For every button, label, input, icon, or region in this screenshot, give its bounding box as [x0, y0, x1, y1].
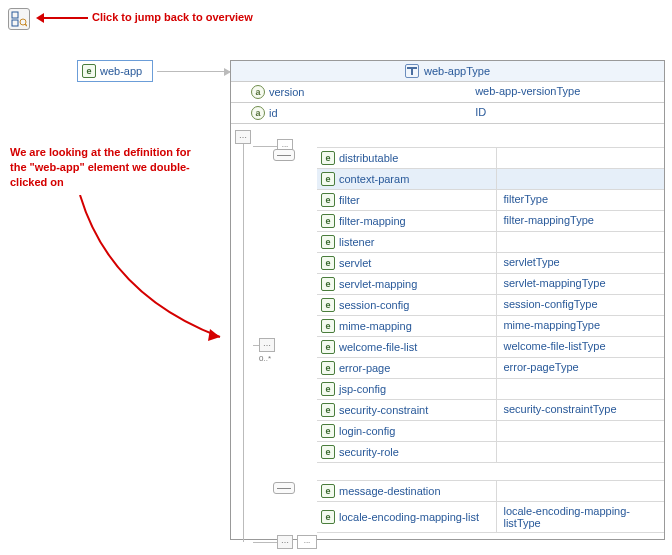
element-row[interactable]: elocale-encoding-mapping-listlocale-enco… [317, 502, 664, 533]
svg-rect-1 [12, 20, 18, 26]
element-icon: e [321, 172, 335, 186]
element-row[interactable]: ejsp-config [317, 379, 664, 400]
element-icon: e [321, 361, 335, 375]
element-row[interactable]: emime-mappingmime-mappingType [317, 316, 664, 337]
element-type [497, 379, 664, 399]
attribute-name: version [269, 86, 304, 98]
element-row[interactable]: ewelcome-file-listwelcome-file-listType [317, 337, 664, 358]
element-row[interactable]: eerror-pageerror-pageType [317, 358, 664, 379]
element-icon: e [321, 193, 335, 207]
element-name: security-constraint [339, 404, 428, 416]
element-icon: e [321, 256, 335, 270]
element-icon: e [321, 298, 335, 312]
sequence-compositor[interactable] [273, 482, 295, 494]
element-type: session-configType [497, 295, 664, 315]
sequence-icon [273, 149, 295, 161]
element-type: locale-encoding-mapping-listType [497, 502, 664, 532]
element-type: filterType [497, 190, 664, 210]
element-row[interactable]: edistributable [317, 147, 664, 169]
element-row[interactable]: esecurity-role [317, 442, 664, 463]
element-type: servletType [497, 253, 664, 273]
element-row[interactable]: emessage-destination [317, 480, 664, 502]
element-name: filter [339, 194, 360, 206]
element-row[interactable]: econtext-param [317, 169, 664, 190]
attribute-type: ID [469, 103, 664, 123]
type-icon [405, 64, 419, 78]
element-row[interactable]: elogin-config [317, 421, 664, 442]
element-name: filter-mapping [339, 215, 406, 227]
element-icon: e [321, 382, 335, 396]
element-type: security-constraintType [497, 400, 664, 420]
element-icon: e [321, 403, 335, 417]
element-name: login-config [339, 425, 395, 437]
element-row[interactable]: eservletservletType [317, 253, 664, 274]
element-icon: e [321, 277, 335, 291]
cardinality-label: 0..* [259, 354, 271, 363]
element-row[interactable]: efilter-mappingfilter-mappingType [317, 211, 664, 232]
tree-gutter: ⋯ ··· ⋯ 0..* ⋯ ··· [235, 130, 253, 533]
element-icon: e [321, 340, 335, 354]
element-icon: e [321, 235, 335, 249]
annotation-arrow-top [36, 17, 88, 19]
attribute-row[interactable]: aversionweb-app-versionType [231, 82, 664, 103]
element-name: distributable [339, 152, 398, 164]
element-row[interactable]: elistener [317, 232, 664, 253]
element-icon: e [321, 151, 335, 165]
element-name: locale-encoding-mapping-list [339, 511, 479, 523]
attribute-icon: a [251, 85, 265, 99]
svg-rect-6 [411, 67, 413, 75]
overview-icon [11, 11, 27, 27]
element-icon: e [321, 319, 335, 333]
element-icon: e [321, 445, 335, 459]
element-group: emessage-destinationelocale-encoding-map… [275, 479, 664, 533]
element-name: message-destination [339, 485, 441, 497]
element-type [497, 481, 664, 501]
element-type [497, 148, 664, 168]
svg-marker-4 [208, 329, 220, 341]
element-name: mime-mapping [339, 320, 412, 332]
element-icon: e [321, 510, 335, 524]
element-name: welcome-file-list [339, 341, 417, 353]
annotation-container-icon[interactable]: ⋯ [235, 130, 251, 144]
overview-button[interactable] [8, 8, 30, 30]
element-icon: e [321, 424, 335, 438]
type-definition-panel: web-appType aversionweb-app-versionTypea… [230, 60, 665, 540]
element-name: session-config [339, 299, 409, 311]
element-row[interactable]: esecurity-constraintsecurity-constraintT… [317, 400, 664, 421]
choice-container-icon[interactable]: ⋯ [259, 338, 275, 352]
element-name: jsp-config [339, 383, 386, 395]
element-row[interactable]: efilterfilterType [317, 190, 664, 211]
sequence-compositor[interactable] [273, 149, 295, 161]
element-type: mime-mappingType [497, 316, 664, 336]
svg-line-3 [25, 24, 27, 26]
annotation-arrow-left [50, 195, 230, 345]
element-row[interactable]: eservlet-mappingservlet-mappingType [317, 274, 664, 295]
type-header-label: web-appType [424, 65, 490, 77]
element-type [497, 442, 664, 462]
element-row[interactable]: esession-configsession-configType [317, 295, 664, 316]
element-type: filter-mappingType [497, 211, 664, 231]
type-header-row[interactable]: web-appType [231, 61, 664, 82]
annotation-container-icon[interactable]: ⋯ [277, 535, 293, 549]
root-element-box[interactable]: e web-app [77, 60, 153, 82]
element-icon: e [82, 64, 96, 78]
sequence-icon[interactable]: ··· [297, 535, 317, 549]
attribute-row[interactable]: aidID [231, 103, 664, 124]
element-type: error-pageType [497, 358, 664, 378]
root-element-label: web-app [100, 65, 142, 77]
element-name: servlet-mapping [339, 278, 417, 290]
element-group: edistributableecontext-paramefilterfilte… [275, 146, 664, 463]
element-name: listener [339, 236, 374, 248]
element-name: security-role [339, 446, 399, 458]
element-type [497, 169, 664, 189]
annotation-left: We are looking at the definition for the… [10, 145, 200, 190]
element-type: welcome-file-listType [497, 337, 664, 357]
element-type [497, 232, 664, 252]
attribute-name: id [269, 107, 278, 119]
attribute-type: web-app-versionType [469, 82, 664, 102]
element-name: context-param [339, 173, 409, 185]
element-type [497, 421, 664, 441]
svg-rect-0 [12, 12, 18, 18]
element-icon: e [321, 214, 335, 228]
connector-arrow [157, 71, 230, 73]
